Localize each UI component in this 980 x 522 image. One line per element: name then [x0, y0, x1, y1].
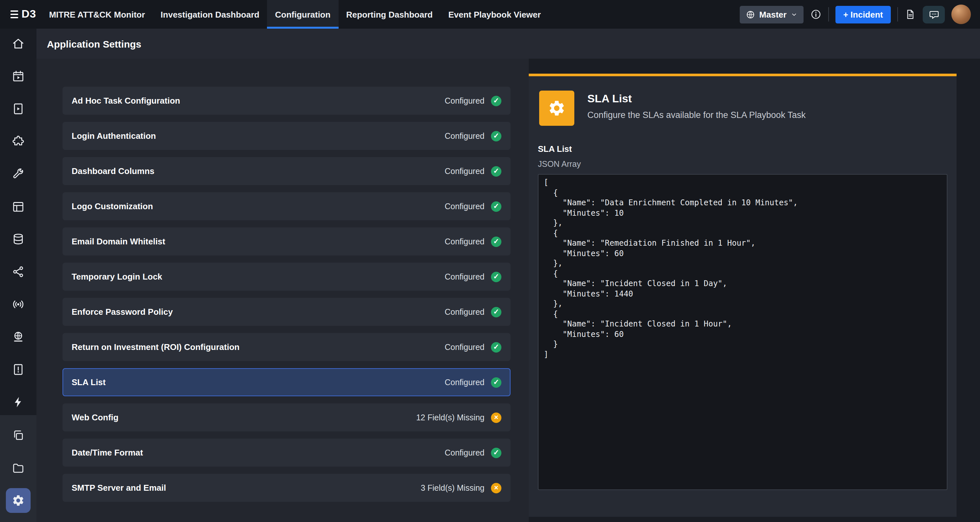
- chevron-down-icon: [791, 11, 798, 18]
- nav-investigation-dashboard[interactable]: Investigation Dashboard: [153, 0, 267, 29]
- status-configured-icon: ✓: [491, 96, 501, 106]
- sidebar-item-home[interactable]: [6, 31, 30, 56]
- document-icon: [904, 8, 916, 20]
- row-email-domain-whitelist[interactable]: Email Domain Whitelist Configured ✓: [62, 227, 511, 255]
- d3-logo-icon: [10, 10, 18, 19]
- setting-label: Ad Hoc Task Configuration: [72, 96, 445, 105]
- setting-status: Configured: [445, 342, 484, 351]
- row-ad-hoc-task-configuration[interactable]: Ad Hoc Task Configuration Configured ✓: [62, 87, 511, 115]
- row-sla-list[interactable]: SLA List Configured ✓: [62, 368, 511, 396]
- row-enforce-password-policy[interactable]: Enforce Password Policy Configured ✓: [62, 298, 511, 326]
- sidebar-item-files[interactable]: [6, 455, 30, 480]
- page-header: Application Settings: [37, 29, 980, 59]
- d3-logo[interactable]: D3: [10, 8, 36, 21]
- environment-selector[interactable]: Master: [740, 6, 803, 23]
- setting-status: Configured: [445, 272, 484, 281]
- copy-icon: [12, 429, 25, 442]
- sidebar-item-utilities[interactable]: [6, 161, 30, 187]
- lightning-icon: [12, 396, 25, 409]
- status-configured-icon: ✓: [491, 131, 501, 141]
- setting-status: Configured: [445, 448, 484, 457]
- main-area: Application Settings Ad Hoc Task Configu…: [37, 29, 980, 522]
- setting-label: SLA List: [72, 377, 445, 387]
- nav-configuration[interactable]: Configuration: [267, 0, 338, 29]
- settings-list-panel: Ad Hoc Task Configuration Configured ✓ L…: [37, 59, 529, 522]
- row-roi-configuration[interactable]: Return on Investment (ROI) Configuration…: [62, 333, 511, 361]
- sidebar-item-web[interactable]: [6, 324, 30, 349]
- sidebar-item-broadcast[interactable]: [6, 292, 30, 317]
- status-configured-icon: ✓: [491, 342, 501, 352]
- sidebar-item-event-calendar[interactable]: [6, 64, 30, 89]
- sidebar-item-board[interactable]: [6, 194, 30, 219]
- status-configured-icon: ✓: [491, 271, 501, 282]
- setting-status: Configured: [445, 96, 484, 105]
- broadcast-icon: [12, 298, 25, 311]
- setting-status: Configured: [445, 307, 484, 316]
- detail-header: SLA List Configure the SLAs available fo…: [538, 76, 947, 126]
- info-button[interactable]: [810, 8, 822, 20]
- row-datetime-format[interactable]: Date/Time Format Configured ✓: [62, 439, 511, 467]
- status-configured-icon: ✓: [491, 236, 501, 247]
- top-navigation-bar: D3 MITRE ATT&CK Monitor Investigation Da…: [0, 0, 980, 29]
- setting-label: Temporary Login Lock: [72, 272, 445, 281]
- user-avatar[interactable]: [951, 5, 971, 24]
- sidebar-item-copy[interactable]: [6, 423, 30, 448]
- setting-status: 12 Field(s) Missing: [416, 413, 484, 422]
- setting-label: Logo Customization: [72, 201, 445, 211]
- document-play-icon: [12, 102, 25, 115]
- icon-sidebar: [0, 29, 37, 522]
- document-alert-icon: [12, 363, 25, 376]
- puzzle-icon: [12, 135, 25, 148]
- row-dashboard-columns[interactable]: Dashboard Columns Configured ✓: [62, 157, 511, 185]
- sla-gear-tile: [539, 91, 574, 126]
- sidebar-item-database[interactable]: [6, 227, 30, 252]
- sidebar-item-connections[interactable]: [6, 259, 30, 284]
- environment-label: Master: [759, 10, 787, 19]
- setting-status: 3 Field(s) Missing: [421, 483, 484, 492]
- globe-language-icon: [12, 330, 25, 343]
- setting-label: Email Domain Whitelist: [72, 236, 445, 246]
- divider: [828, 7, 829, 21]
- setting-label: SMTP Server and Email: [72, 483, 421, 493]
- field-label: SLA List: [538, 144, 947, 154]
- tools-icon: [12, 168, 25, 180]
- document-button[interactable]: [904, 8, 916, 20]
- sidebar-item-playbook-video[interactable]: [6, 96, 30, 121]
- sidebar-item-integrations[interactable]: [6, 129, 30, 154]
- row-smtp-server-email[interactable]: SMTP Server and Email 3 Field(s) Missing…: [62, 474, 511, 502]
- divider: [897, 7, 898, 21]
- row-login-authentication[interactable]: Login Authentication Configured ✓: [62, 122, 511, 150]
- nav-reporting-dashboard[interactable]: Reporting Dashboard: [338, 0, 441, 29]
- setting-status: Configured: [445, 166, 484, 176]
- row-web-config[interactable]: Web Config 12 Field(s) Missing ×: [62, 403, 511, 431]
- sidebar-item-actions[interactable]: [6, 390, 30, 415]
- nav-mitre-attack-monitor[interactable]: MITRE ATT&CK Monitor: [41, 0, 153, 29]
- application-window: D3 MITRE ATT&CK Monitor Investigation Da…: [0, 0, 980, 522]
- setting-label: Login Authentication: [72, 131, 445, 141]
- setting-status: Configured: [445, 237, 484, 246]
- detail-header-text: SLA List Configure the SLAs available fo…: [587, 91, 805, 120]
- detail-column: SLA List Configure the SLAs available fo…: [529, 59, 980, 522]
- row-logo-customization[interactable]: Logo Customization Configured ✓: [62, 192, 511, 220]
- d3-logo-text: D3: [21, 8, 36, 21]
- page-title: Application Settings: [47, 38, 141, 49]
- database-icon: [12, 233, 25, 246]
- nav-event-playbook-viewer[interactable]: Event Playbook Viewer: [441, 0, 549, 29]
- status-configured-icon: ✓: [491, 201, 501, 211]
- field-type-label: JSON Array: [538, 160, 947, 169]
- info-icon: [810, 8, 822, 20]
- setting-status: Configured: [445, 378, 484, 387]
- status-missing-icon: ×: [491, 412, 501, 423]
- chat-button[interactable]: [923, 6, 945, 23]
- sla-json-editor[interactable]: [ { "Name": "Data Enrichment Completed i…: [538, 174, 947, 490]
- sidebar-item-alerts[interactable]: [6, 357, 30, 382]
- new-incident-button[interactable]: + Incident: [835, 6, 891, 23]
- home-icon: [12, 37, 25, 50]
- status-configured-icon: ✓: [491, 166, 501, 176]
- setting-label: Web Config: [72, 412, 416, 422]
- board-calendar-icon: [12, 200, 25, 213]
- gear-icon: [12, 494, 25, 507]
- row-temporary-login-lock[interactable]: Temporary Login Lock Configured ✓: [62, 263, 511, 291]
- sidebar-item-settings[interactable]: [6, 488, 30, 513]
- status-configured-icon: ✓: [491, 306, 501, 317]
